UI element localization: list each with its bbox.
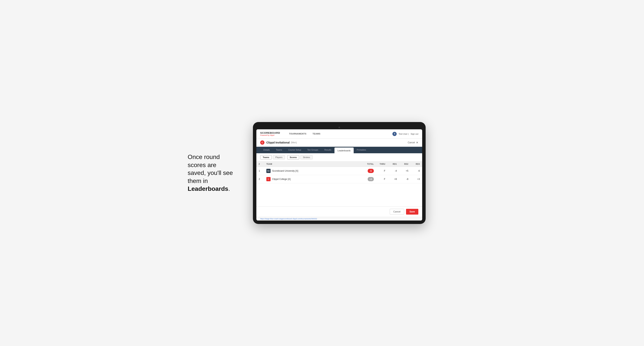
filter-strokes[interactable]: Strokes	[300, 155, 312, 160]
side-text-line2: scores are	[188, 162, 216, 169]
top-nav: SCOREBOARD Powered by clippd TOURNAMENTS…	[256, 129, 422, 139]
nav-tournaments[interactable]: TOURNAMENTS	[286, 129, 310, 139]
logo-sub: Powered by clippd	[260, 134, 280, 136]
user-avatar: S	[392, 132, 397, 136]
tab-results[interactable]: Results	[321, 147, 334, 153]
cancel-button[interactable]: Cancel	[390, 209, 404, 215]
col-rd2: RD2	[399, 162, 411, 167]
tab-nav: Details Teams Course Setup Tee Groups Re…	[256, 147, 422, 153]
side-text-bold: Leaderboards	[188, 185, 228, 192]
col-team: TEAM	[264, 162, 361, 167]
row1-team-name: Scoreboard University [A]	[272, 170, 298, 172]
nav-links: TOURNAMENTS TEAMS	[286, 129, 392, 139]
side-text-line1: Once round	[188, 154, 220, 160]
table-row: 2 C Clippd College [A] +3 F	[256, 175, 422, 183]
tab-course-setup[interactable]: Course Setup	[285, 147, 304, 153]
content-spacer	[256, 183, 422, 206]
leaderboard-table: # TEAM TOTAL THRU RD1 RD2 RD3 1	[256, 162, 422, 183]
filter-players[interactable]: Players	[273, 155, 285, 160]
row1-total-badge: -5	[368, 169, 374, 173]
tab-details[interactable]: Details	[260, 147, 273, 153]
row2-team-name: Clippd College [A]	[272, 178, 290, 180]
page-container: Once round scores are saved, you'll see …	[188, 122, 456, 224]
filter-teams[interactable]: Teams	[260, 155, 272, 160]
row1-total: -5	[361, 167, 376, 175]
table-body: 1 SU Scoreboard University [A] -5 F	[256, 167, 422, 183]
tab-teams[interactable]: Teams	[273, 147, 285, 153]
filter-bar: Teams Players Scores Strokes	[256, 153, 422, 162]
row2-rank: 2	[256, 175, 264, 183]
table-header: # TEAM TOTAL THRU RD1 RD2 RD3	[256, 162, 422, 167]
row1-thru: F	[376, 167, 388, 175]
row2-team: C Clippd College [A]	[264, 175, 361, 183]
col-total: TOTAL	[361, 162, 376, 167]
row1-rd2: +5	[399, 167, 411, 175]
cancel-header-button[interactable]: Cancel ✕	[408, 141, 418, 144]
camera-dot	[338, 127, 340, 128]
logo-text: SCOREBOARD	[260, 131, 280, 134]
leaderboard-table-container: # TEAM TOTAL THRU RD1 RD2 RD3 1	[256, 162, 422, 183]
side-text-period: .	[228, 185, 230, 192]
tablet-top-bar	[256, 126, 422, 129]
tablet-screen: SCOREBOARD Powered by clippd TOURNAMENTS…	[256, 129, 422, 220]
row2-total-badge: +3	[368, 177, 374, 181]
url-bar: https://stage-blue-coach.stagescoreboard…	[256, 217, 422, 220]
row2-rd2: -8	[399, 175, 411, 183]
row2-team-cell: C Clippd College [A]	[266, 177, 358, 181]
side-text-line4: them in	[188, 177, 208, 184]
modal-footer: Cancel Save	[256, 206, 422, 217]
logo-sub-prefix: Powered by	[260, 134, 270, 136]
logo-brand: clippd	[270, 134, 274, 136]
col-rd3: RD3	[411, 162, 422, 167]
side-text-line3: saved, you'll see	[188, 169, 233, 176]
row1-team-cell: SU Scoreboard University [A]	[266, 169, 358, 173]
user-name: Test User |	[398, 133, 408, 135]
row2-rd3: +3	[411, 175, 422, 183]
col-thru: THRU	[376, 162, 388, 167]
tournament-subtitle: (Men)	[291, 141, 297, 144]
row1-rd3: -6	[411, 167, 422, 175]
col-rank: #	[256, 162, 264, 167]
close-icon: ✕	[416, 141, 418, 144]
row1-team-logo: SU	[266, 169, 270, 173]
cancel-header-label: Cancel	[408, 141, 415, 144]
logo-area: SCOREBOARD Powered by clippd	[260, 131, 280, 136]
tournament-title: Clippd Invitational	[266, 141, 290, 144]
table-row: 1 SU Scoreboard University [A] -5 F	[256, 167, 422, 175]
row2-total: +3	[361, 175, 376, 183]
row2-rd1: +8	[388, 175, 399, 183]
row1-rd1: -4	[388, 167, 399, 175]
row1-rank: 1	[256, 167, 264, 175]
sign-out-link[interactable]: Sign out	[411, 133, 418, 135]
side-text: Once round scores are saved, you'll see …	[188, 153, 242, 193]
nav-teams[interactable]: TEAMS	[310, 129, 324, 139]
filter-scores[interactable]: Scores	[287, 155, 299, 160]
save-button[interactable]: Save	[406, 209, 418, 215]
row1-team: SU Scoreboard University [A]	[264, 167, 361, 175]
tab-tee-groups[interactable]: Tee Groups	[304, 147, 321, 153]
nav-right: S Test User | Sign out	[392, 132, 418, 136]
tablet-frame: SCOREBOARD Powered by clippd TOURNAMENTS…	[253, 122, 426, 224]
table-header-row: # TEAM TOTAL THRU RD1 RD2 RD3	[256, 162, 422, 167]
tournament-header: C Clippd Invitational (Men) Cancel ✕	[256, 139, 422, 147]
col-rd1: RD1	[388, 162, 399, 167]
row2-team-logo: C	[266, 177, 270, 181]
row2-thru: F	[376, 175, 388, 183]
tournament-icon: C	[260, 141, 264, 145]
tab-printables[interactable]: Printables	[354, 147, 369, 153]
tab-leaderboards[interactable]: Leaderboards	[334, 148, 354, 153]
